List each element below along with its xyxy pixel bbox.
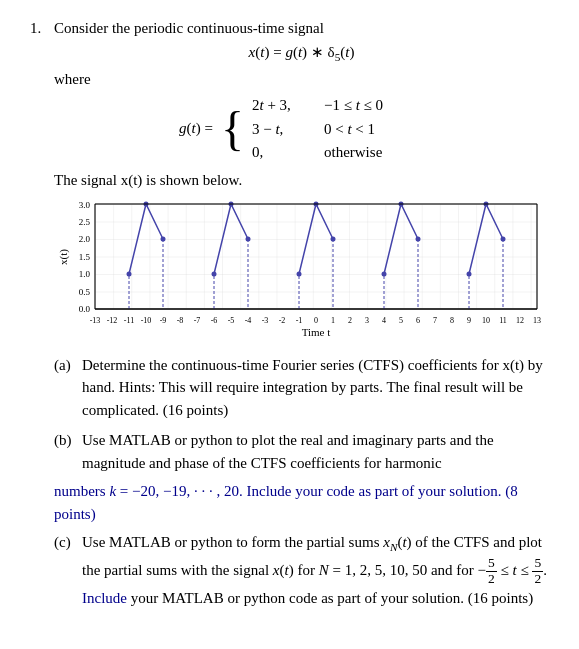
svg-point-42	[126, 271, 131, 276]
svg-text:-3: -3	[261, 316, 268, 325]
piecewise-label: g(t) =	[179, 120, 213, 137]
y-axis-label: x(t)	[57, 248, 70, 264]
svg-text:3: 3	[365, 316, 369, 325]
where-label: where	[54, 71, 549, 88]
chart-svg: x(t) 0.0 0.5 1.0 1.5 2.0 2.5 3.0 -13 -12…	[57, 199, 547, 344]
part-b-label: (b)	[54, 429, 76, 452]
svg-text:12: 12	[516, 316, 524, 325]
svg-point-47	[211, 271, 216, 276]
svg-text:2.0: 2.0	[78, 234, 90, 244]
case3-cond: otherwise	[324, 141, 424, 164]
svg-text:-5: -5	[227, 316, 234, 325]
svg-point-64	[500, 236, 505, 241]
svg-text:-8: -8	[176, 316, 183, 325]
svg-text:-12: -12	[106, 316, 117, 325]
piecewise-case-1: 2t + 3, −1 ≤ t ≤ 0	[252, 94, 424, 117]
svg-text:2.5: 2.5	[78, 216, 90, 226]
signal-eq-math: x(t) = g(t) ∗ δ5(t)	[249, 44, 355, 60]
svg-text:1.5: 1.5	[78, 251, 90, 261]
part-b-text: Use MATLAB or python to plot the real an…	[82, 432, 494, 471]
svg-text:2: 2	[348, 316, 352, 325]
part-a-body: Determine the continuous-time Fourier se…	[82, 354, 549, 422]
include-label: Include	[246, 483, 291, 499]
svg-text:11: 11	[499, 316, 507, 325]
svg-text:10: 10	[482, 316, 490, 325]
question-number: 1.	[30, 20, 48, 37]
part-a: (a) Determine the continuous-time Fourie…	[54, 354, 549, 422]
svg-text:-13: -13	[89, 316, 100, 325]
intro-text: Consider the periodic continuous-time si…	[54, 20, 549, 37]
svg-text:-6: -6	[210, 316, 217, 325]
signal-shown-text: The signal x(t) is shown below.	[54, 172, 549, 189]
svg-text:-10: -10	[140, 316, 151, 325]
svg-point-54	[330, 236, 335, 241]
x-axis-label: Time t	[301, 326, 330, 338]
svg-text:-1: -1	[295, 316, 302, 325]
svg-text:5: 5	[399, 316, 403, 325]
piecewise-case-3: 0, otherwise	[252, 141, 424, 164]
question-container: 1. Consider the periodic continuous-time…	[30, 20, 549, 609]
numbers-line: numbers k = −20, −19, · · · , 20. Includ…	[54, 480, 549, 525]
svg-point-49	[245, 236, 250, 241]
piecewise-def: g(t) = { 2t + 3, −1 ≤ t ≤ 0 3 − t, 0 < t…	[54, 94, 549, 164]
case2-cond: 0 < t < 1	[324, 118, 424, 141]
svg-text:-2: -2	[278, 316, 285, 325]
svg-point-57	[381, 271, 386, 276]
svg-text:0.0: 0.0	[78, 304, 90, 314]
piecewise-cases: 2t + 3, −1 ≤ t ≤ 0 3 − t, 0 < t < 1 0, o…	[252, 94, 424, 164]
svg-text:-9: -9	[159, 316, 166, 325]
piecewise-brace: {	[221, 105, 244, 153]
case3-expr: 0,	[252, 141, 312, 164]
svg-text:4: 4	[382, 316, 386, 325]
svg-text:7: 7	[433, 316, 437, 325]
svg-text:-4: -4	[244, 316, 251, 325]
svg-text:9: 9	[467, 316, 471, 325]
part-c-label: (c)	[54, 531, 76, 554]
svg-point-62	[466, 271, 471, 276]
svg-rect-4	[95, 204, 537, 309]
svg-point-59	[415, 236, 420, 241]
svg-text:13: 13	[533, 316, 541, 325]
chart-container: x(t) 0.0 0.5 1.0 1.5 2.0 2.5 3.0 -13 -12…	[57, 199, 547, 344]
svg-text:0: 0	[314, 316, 318, 325]
part-c: (c) Use MATLAB or python to form the par…	[54, 531, 549, 609]
question-body: Consider the periodic continuous-time si…	[54, 20, 549, 609]
svg-text:1: 1	[331, 316, 335, 325]
signal-equation: x(t) = g(t) ∗ δ5(t)	[54, 43, 549, 63]
svg-text:-7: -7	[193, 316, 200, 325]
svg-text:3.0: 3.0	[78, 200, 90, 210]
case1-cond: −1 ≤ t ≤ 0	[324, 94, 424, 117]
part-b: (b) Use MATLAB or python to plot the rea…	[54, 429, 549, 474]
case2-expr: 3 − t,	[252, 118, 312, 141]
part-a-label: (a)	[54, 354, 76, 377]
svg-point-52	[296, 271, 301, 276]
svg-point-44	[160, 236, 165, 241]
svg-text:0.5: 0.5	[78, 286, 90, 296]
svg-text:1.0: 1.0	[78, 269, 90, 279]
piecewise-case-2: 3 − t, 0 < t < 1	[252, 118, 424, 141]
case1-expr: 2t + 3,	[252, 94, 312, 117]
svg-text:8: 8	[450, 316, 454, 325]
part-b-body: Use MATLAB or python to plot the real an…	[82, 429, 549, 474]
part-c-body: Use MATLAB or python to form the partial…	[82, 531, 549, 609]
svg-text:6: 6	[416, 316, 420, 325]
svg-text:-11: -11	[123, 316, 133, 325]
